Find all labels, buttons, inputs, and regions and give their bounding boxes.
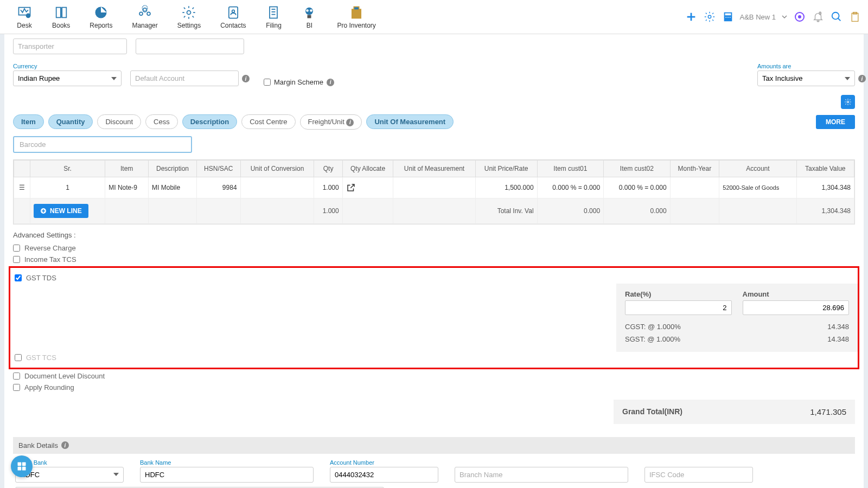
clipboard-icon[interactable] xyxy=(848,10,861,23)
settings-icon xyxy=(181,4,197,21)
svg-point-14 xyxy=(310,9,313,12)
svg-point-4 xyxy=(139,12,143,15)
svg-point-17 xyxy=(708,15,711,18)
pill-discount[interactable]: Discount xyxy=(97,114,141,129)
more-button[interactable]: MORE xyxy=(816,115,855,129)
line-items-table: Sr. Item Description HSN/SAC Unit of Con… xyxy=(14,160,854,224)
contacts-icon xyxy=(225,4,241,21)
table-settings-button[interactable] xyxy=(841,95,855,109)
cgst-value: 14.348 xyxy=(827,323,849,331)
inventory-icon xyxy=(348,4,365,21)
nav-manager[interactable]: Manager xyxy=(122,2,167,31)
income-tcs-checkbox[interactable] xyxy=(13,256,20,263)
svg-rect-32 xyxy=(22,463,26,466)
new-line-button[interactable]: NEW LINE xyxy=(34,204,88,218)
apps-floating-button[interactable] xyxy=(11,455,33,477)
nav-books[interactable]: Books xyxy=(42,2,80,31)
info-icon[interactable]: i xyxy=(61,441,69,449)
books-icon xyxy=(53,4,69,21)
nav-bi[interactable]: BI xyxy=(291,2,327,31)
gst-tds-checkbox[interactable] xyxy=(15,274,22,281)
default-account-input[interactable] xyxy=(130,70,239,86)
info-icon[interactable]: i xyxy=(858,75,866,82)
tds-rate-input[interactable] xyxy=(625,300,732,315)
pill-cess[interactable]: Cess xyxy=(145,114,178,129)
svg-point-7 xyxy=(187,11,191,15)
svg-rect-15 xyxy=(352,9,361,18)
drag-handle-icon[interactable]: ☰ xyxy=(19,184,25,191)
nav-desk[interactable]: Desk xyxy=(7,2,42,31)
margin-scheme-label: Margin Scheme xyxy=(274,78,323,86)
bank-details-header: Bank Details xyxy=(18,441,58,450)
svg-rect-12 xyxy=(308,15,311,18)
currency-label: Currency xyxy=(13,63,122,69)
gst-tds-highlight: GST TDS Rate(%) Amount CGST: @ 1.000%14.… xyxy=(9,266,859,369)
pill-quantity[interactable]: Quantity xyxy=(48,114,93,129)
tds-rate-label: Rate(%) xyxy=(625,290,732,298)
reports-icon xyxy=(93,4,109,21)
margin-scheme-checkbox[interactable] xyxy=(264,79,271,86)
pill-cost-centre[interactable]: Cost Centre xyxy=(241,114,295,129)
nav-contacts[interactable]: Contacts xyxy=(210,2,256,31)
pill-description[interactable]: Description xyxy=(182,114,238,129)
cgst-label: CGST: @ 1.000% xyxy=(625,323,681,331)
branch-input[interactable] xyxy=(455,467,628,483)
svg-rect-10 xyxy=(270,7,277,18)
barcode-input[interactable] xyxy=(13,136,192,153)
tds-amount-input[interactable] xyxy=(743,300,850,315)
svg-rect-34 xyxy=(22,467,26,471)
search-icon[interactable] xyxy=(830,10,843,23)
gear-icon[interactable] xyxy=(703,10,716,23)
transporter-input[interactable] xyxy=(13,38,127,54)
svg-point-20 xyxy=(725,17,726,18)
reverse-charge-checkbox[interactable] xyxy=(13,245,20,252)
company-dropdown[interactable]: A&B New 1 xyxy=(740,13,776,21)
plus-icon[interactable] xyxy=(685,10,698,23)
svg-text:0: 0 xyxy=(819,11,821,16)
blank-input[interactable] xyxy=(136,38,244,54)
amounts-label: Amounts are xyxy=(757,63,855,69)
grand-total-value: 1,471.305 xyxy=(810,407,846,416)
amounts-select[interactable]: Tax Inclusive xyxy=(757,70,855,86)
svg-rect-19 xyxy=(725,14,731,16)
doc-discount-checkbox[interactable] xyxy=(13,373,20,380)
rounding-checkbox[interactable] xyxy=(13,384,20,391)
tds-amount-label: Amount xyxy=(743,290,850,298)
pill-uom[interactable]: Unit Of Measurement xyxy=(366,114,454,129)
info-icon[interactable]: i xyxy=(327,79,334,86)
desk-icon xyxy=(16,4,33,21)
ifsc-input[interactable] xyxy=(644,467,753,483)
svg-point-24 xyxy=(798,15,801,18)
sgst-value: 14.348 xyxy=(827,335,849,343)
svg-rect-31 xyxy=(18,463,22,466)
calculator-icon[interactable] xyxy=(722,10,735,23)
nav-filing[interactable]: Filing xyxy=(256,2,291,31)
account-number-input[interactable] xyxy=(330,467,438,483)
filing-icon xyxy=(265,4,282,21)
svg-point-9 xyxy=(232,10,234,12)
nav-reports[interactable]: Reports xyxy=(80,2,122,31)
bank-name-input[interactable] xyxy=(140,467,314,483)
status-circle-icon[interactable] xyxy=(793,10,806,23)
nav-settings[interactable]: Settings xyxy=(168,2,210,31)
svg-rect-33 xyxy=(18,467,22,471)
pill-freight[interactable]: Freight/Unit i xyxy=(300,114,362,130)
svg-point-29 xyxy=(847,101,849,103)
grand-total-label: Grand Total(INR) xyxy=(622,407,682,416)
pill-item[interactable]: Item xyxy=(13,114,44,129)
table-row[interactable]: ☰ 1 MI Note-9 MI Mobile 9984 1.000 1,500… xyxy=(14,177,854,198)
manager-icon xyxy=(137,4,153,21)
svg-point-21 xyxy=(727,17,729,18)
main-form: Currency Indian Rupee i Margin Scheme i … xyxy=(4,34,864,488)
bi-icon xyxy=(301,4,317,21)
gst-tcs-checkbox[interactable] xyxy=(15,354,22,361)
svg-point-1 xyxy=(27,14,30,17)
chevron-down-icon xyxy=(781,14,788,20)
svg-point-5 xyxy=(147,12,150,15)
info-icon[interactable]: i xyxy=(242,75,250,82)
open-external-icon[interactable] xyxy=(346,183,390,192)
nav-pro-inventory[interactable]: Pro Inventory xyxy=(327,2,385,31)
sgst-label: SGST: @ 1.000% xyxy=(625,335,680,343)
currency-select[interactable]: Indian Rupee xyxy=(13,70,122,86)
notification-icon[interactable]: 0 xyxy=(812,10,825,23)
